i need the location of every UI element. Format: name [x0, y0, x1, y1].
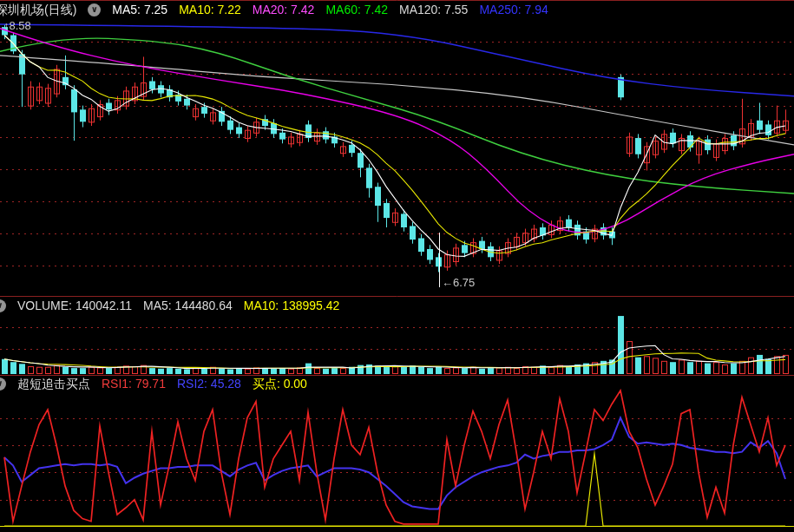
volume-panel-header: ∨ VOLUME: 140042.11 MA5: 144480.64 MA10:…: [0, 298, 351, 313]
ma5-value: MA5: 7.25: [112, 2, 167, 17]
ma250-value: MA250: 7.94: [479, 2, 548, 17]
low-price-label: ←6.75: [442, 276, 475, 289]
chart-canvas[interactable]: [0, 0, 794, 532]
chevron-down-icon[interactable]: ∨: [0, 299, 6, 312]
volume-ma10-value: MA10: 138995.42: [244, 298, 340, 313]
chevron-down-icon[interactable]: ∨: [0, 378, 6, 391]
volume-value: VOLUME: 140042.11: [17, 298, 132, 313]
high-price-label: ↑8.58: [3, 19, 31, 32]
ma10-value: MA10: 7.22: [179, 2, 241, 17]
buy-point-value: 买点: 0.00: [253, 376, 307, 391]
chevron-down-icon[interactable]: ∨: [88, 3, 101, 16]
main-chart-header: 深圳机场(日线) ∨ MA5: 7.25 MA10: 7.22 MA20: 7.…: [0, 2, 560, 17]
rsi2-value: RSI2: 45.28: [177, 376, 241, 391]
stock-title: 深圳机场(日线): [0, 2, 76, 17]
indicator-name: 超短追击买点: [17, 376, 90, 391]
volume-ma5-value: MA5: 144480.64: [143, 298, 233, 313]
ma20-value: MA20: 7.42: [253, 2, 315, 17]
ma120-value: MA120: 7.55: [399, 2, 468, 17]
rsi-panel-header: ∨ 超短追击买点 RSI1: 79.71 RSI2: 45.28 买点: 0.0…: [0, 376, 318, 391]
rsi1-value: RSI1: 79.71: [102, 376, 166, 391]
stock-chart-window: 深圳机场(日线) ∨ MA5: 7.25 MA10: 7.22 MA20: 7.…: [0, 0, 794, 532]
ma60-value: MA60: 7.42: [325, 2, 388, 17]
